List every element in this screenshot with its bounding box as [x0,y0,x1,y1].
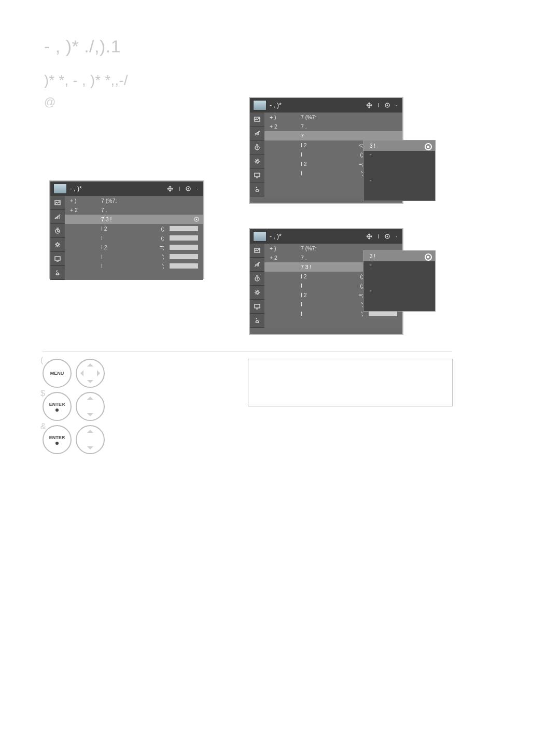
dropdown-spacer [363,161,435,177]
arrow-down-icon [87,446,93,449]
tab-sound[interactable] [250,258,264,272]
dropdown-option-selected[interactable]: 3 ! [363,251,435,261]
row-slider-2[interactable]: I (; [65,233,203,243]
row: + 27 . [264,122,402,131]
move-icon [366,233,372,240]
slider-track-icon [170,226,198,231]
arrow-left-icon [80,370,83,376]
radio-selected-icon [194,217,199,222]
svg-point-13 [256,291,258,293]
panel-title: - , )* [70,185,82,192]
move-icon [366,102,372,108]
separator [43,351,452,352]
row-slider-1[interactable]: I 2 (; [65,224,203,233]
arrow-down-icon [87,413,93,416]
arrow-down-icon [87,380,93,383]
slider-track-icon [170,235,198,241]
arrow-up-icon [87,397,93,400]
row-highlight[interactable]: 7 [264,131,402,140]
move-icon [167,186,173,192]
tab-setup[interactable] [50,238,65,252]
tab-misc[interactable] [250,314,264,328]
note-box [248,359,453,406]
dropdown-option[interactable]: " [363,177,435,187]
updown-button[interactable] [76,425,105,454]
step-number: $ [40,389,45,398]
row-slider-4[interactable]: I '; [65,252,203,261]
svg-point-8 [256,160,258,162]
enter-dot-icon [384,233,390,240]
tab-setup[interactable] [250,154,264,168]
row-mode: + ) 7 (%7: [65,196,203,205]
tab-sound[interactable] [250,126,264,140]
tab-strip [250,112,264,196]
slider-track-icon [369,311,397,316]
step-1: ( MENU [43,359,109,388]
panel-titlebar: - , )* I · [250,229,402,244]
step-2: $ ENTER [43,392,109,421]
dropdown-option[interactable]: " [363,287,435,298]
at-symbol-icon: @ [44,95,55,108]
arrow-right-icon [97,370,100,376]
tab-sound[interactable] [50,210,65,224]
enter-dot-icon [185,186,191,192]
enter-dot-icon [55,442,59,445]
tab-setup[interactable] [250,286,264,300]
panel-content: + ) 7 (%7: + 2 7 . 7 3 ! I 2 (; I [65,196,203,280]
tab-misc[interactable] [250,182,264,196]
monitor-icon [253,100,267,110]
tab-display[interactable] [250,300,264,314]
menu-button[interactable]: MENU [43,359,72,388]
row-highlight[interactable]: 7 3 ! [65,215,203,224]
slider-track-icon [170,263,198,269]
enter-button[interactable]: ENTER [43,425,72,454]
svg-rect-9 [255,173,260,177]
svg-rect-14 [255,304,260,308]
tab-timer[interactable] [250,272,264,286]
slider-track-icon [170,254,198,259]
slider-track-icon [170,245,198,250]
row-slider-3[interactable]: I 2 =; [65,243,203,252]
tab-misc[interactable] [50,266,65,280]
svg-point-11 [387,236,388,237]
svg-point-1 [188,188,189,190]
intro-text: @ [44,93,241,110]
steps: ( MENU $ ENTER & ENTER [43,359,109,458]
dropdown-option-selected[interactable]: 3 ! [363,140,435,151]
svg-rect-4 [55,257,60,260]
row-custom: + 2 7 . [65,205,203,215]
enter-label: · [197,186,198,192]
step-number: ( [40,356,43,365]
page-title: - , )* ./,).1 [44,36,121,57]
dpad-button[interactable] [76,359,105,388]
panel-titlebar: - , )* I · [50,181,203,196]
dropdown-option[interactable]: " [363,151,435,161]
tab-timer[interactable] [250,140,264,154]
move-label: I [178,186,180,192]
svg-point-3 [57,244,59,246]
tab-picture[interactable] [250,112,264,126]
tab-strip [50,196,65,280]
dropdown-option[interactable]: " [363,261,435,272]
updown-button[interactable] [76,392,105,421]
enter-button[interactable]: ENTER [43,392,72,421]
panel-title: - , )* [270,233,282,240]
tab-display[interactable] [50,252,65,266]
tab-picture[interactable] [50,196,65,210]
dropdown-spacer [363,272,435,287]
monitor-icon [253,231,267,242]
section-heading: )* *, - , )* *,,-/ [44,73,128,89]
row: + )7 (%7: [264,112,402,122]
enter-dot-icon [55,409,59,412]
tab-display[interactable] [250,168,264,182]
arrow-up-icon [87,430,93,433]
dropdown-popup: 3 ! " " [363,140,436,201]
osd-panel-1: - , )* I · + ) 7 (%7: + 2 7 . [49,180,204,279]
tab-timer[interactable] [50,224,65,238]
svg-point-6 [387,105,388,106]
tab-picture[interactable] [250,244,264,258]
arrow-up-icon [87,363,93,367]
enter-dot-icon [384,102,390,108]
row-slider-5[interactable]: I '; [65,261,203,271]
dropdown-popup: 3 ! " " [363,250,436,312]
